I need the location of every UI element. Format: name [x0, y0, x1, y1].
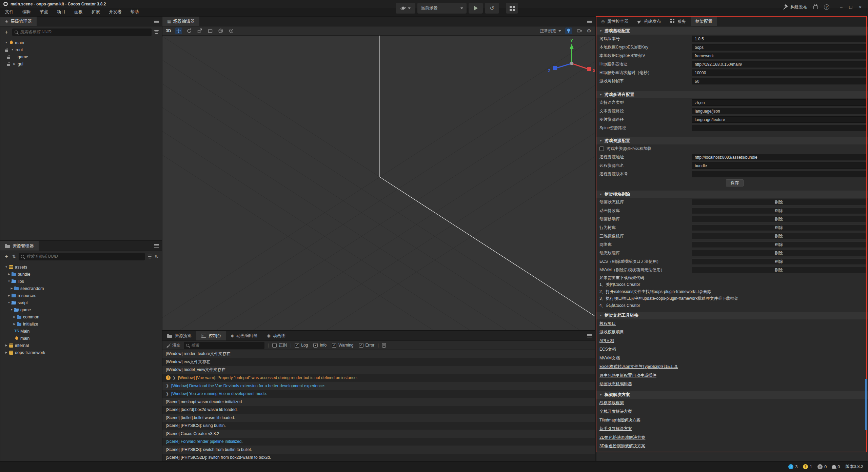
- property-input[interactable]: language/json: [692, 108, 866, 114]
- section-module-trim[interactable]: 框架模块剔除: [596, 191, 868, 198]
- tree-row[interactable]: Main: [0, 328, 162, 335]
- doc-link[interactable]: API文档: [599, 338, 614, 344]
- solution-link[interactable]: Tiledmap地图解决方案: [599, 417, 640, 423]
- save-button[interactable]: 保存: [726, 179, 744, 186]
- console-message-row[interactable]: ❯ [Scene] Cocos Creator v3.8.2: [162, 430, 595, 438]
- tree-chevron-icon[interactable]: [10, 48, 15, 51]
- remove-module-button[interactable]: 剔除: [692, 199, 866, 205]
- doc-link[interactable]: 动画状态机编辑器: [599, 381, 632, 387]
- section-basic-config[interactable]: 游戏基础配置: [596, 27, 868, 35]
- property-input[interactable]: http://192.168.0.150/main/: [692, 61, 866, 67]
- solution-link[interactable]: 战棋游戏框架: [599, 400, 624, 406]
- tree-chevron-icon[interactable]: [6, 301, 12, 304]
- tree-chevron-icon[interactable]: [6, 280, 12, 283]
- property-input[interactable]: [692, 171, 866, 177]
- tree-row[interactable]: main: [0, 335, 162, 342]
- console-message-row[interactable]: ❯ [Window] render_texture文件夹存在: [162, 350, 595, 358]
- console-message-row[interactable]: ❯ [Scene] [box2d]:box2d wasm lib loaded.: [162, 406, 595, 414]
- property-input[interactable]: framework: [692, 53, 866, 59]
- clear-console-button[interactable]: 清空: [166, 342, 180, 348]
- log-filter-checkbox[interactable]: Warning: [332, 343, 353, 348]
- menu-item[interactable]: 面板: [70, 8, 87, 16]
- console-search-input[interactable]: 搜索: [184, 342, 264, 349]
- status-errors[interactable]: × 0: [817, 464, 827, 469]
- lock-icon[interactable]: [4, 46, 10, 53]
- tab-scene-editor[interactable]: ▦ 场景编辑器: [162, 17, 199, 26]
- lighting-toggle-button[interactable]: [565, 27, 572, 34]
- tree-chevron-icon[interactable]: [9, 308, 14, 311]
- status-info[interactable]: i 3: [788, 464, 797, 469]
- tree-row[interactable]: main: [0, 39, 162, 46]
- lock-icon[interactable]: [6, 53, 12, 60]
- rect-tool-button[interactable]: [207, 27, 214, 34]
- tree-chevron-icon[interactable]: [4, 41, 9, 44]
- doc-link[interactable]: Excel格式转Json文件与TypeScript代码工具: [599, 364, 678, 370]
- solution-link[interactable]: 2D角色扮演游戏解决方案: [599, 435, 645, 440]
- tree-row[interactable]: game: [0, 53, 162, 60]
- tree-row[interactable]: bundle: [0, 271, 162, 278]
- status-notifications[interactable]: 0: [832, 465, 840, 469]
- solution-link[interactable]: 3D角色扮演游戏解决方案: [599, 443, 645, 449]
- console-message-row[interactable]: ❯ [Window] [Vue warn]: Property "onInput…: [162, 374, 595, 382]
- property-input[interactable]: 1.0.5: [692, 36, 866, 42]
- expander-icon[interactable]: ❯: [166, 392, 169, 396]
- tab-framework-config[interactable]: 框架配置: [691, 17, 717, 26]
- filter-icon[interactable]: [147, 255, 152, 258]
- section-doc-links[interactable]: 框架文档工具链接: [596, 312, 868, 319]
- remove-module-button[interactable]: 剔除: [692, 250, 866, 256]
- tree-chevron-icon[interactable]: [9, 287, 14, 290]
- doc-link[interactable]: MVVM文档: [599, 355, 620, 361]
- scene-viewport[interactable]: Y X Z: [162, 36, 595, 330]
- tree-row[interactable]: game: [0, 306, 162, 313]
- hierarchy-search-input[interactable]: 搜索名称或 UUID: [12, 28, 152, 36]
- close-button[interactable]: ×: [856, 3, 865, 12]
- tab-hierarchy[interactable]: ◈ 层级管理器: [0, 17, 37, 26]
- menu-item[interactable]: 扩展: [87, 8, 104, 16]
- menu-item[interactable]: 帮助: [126, 8, 143, 16]
- tab-console[interactable]: 控制台: [196, 331, 226, 340]
- remove-module-button[interactable]: 剔除: [692, 241, 866, 248]
- refresh-icon[interactable]: ↻: [155, 254, 159, 259]
- add-node-button[interactable]: +: [3, 29, 9, 35]
- remove-module-button[interactable]: 剔除: [692, 208, 866, 214]
- help-icon[interactable]: [824, 4, 829, 10]
- panel-menu-icon[interactable]: [587, 20, 592, 23]
- tab-animation-graph[interactable]: ◉ 动画图: [262, 331, 290, 340]
- tree-row[interactable]: common: [0, 313, 162, 320]
- world-space-button[interactable]: [217, 27, 224, 34]
- scale-tool-button[interactable]: [196, 27, 203, 34]
- tab-assets[interactable]: 资源管理器: [0, 241, 39, 251]
- gear-icon[interactable]: ⚙: [587, 28, 591, 34]
- play-button[interactable]: [469, 3, 483, 14]
- property-input[interactable]: 10000: [692, 70, 866, 76]
- property-input[interactable]: zh,en: [692, 99, 866, 106]
- panel-menu-icon[interactable]: [154, 20, 159, 23]
- console-message-row[interactable]: ❯ [Window] ecs文件夹存在: [162, 358, 595, 366]
- rotate-tool-button[interactable]: [186, 27, 193, 34]
- panel-menu-icon[interactable]: [154, 244, 159, 248]
- menu-item[interactable]: 节点: [35, 8, 53, 16]
- preview-qr-button[interactable]: [506, 3, 518, 14]
- console-message-row[interactable]: ❯ [Scene] [PHYSICS]: using builtin.: [162, 422, 595, 430]
- menu-item[interactable]: 开发者: [104, 8, 126, 16]
- tree-chevron-icon[interactable]: [12, 62, 17, 65]
- section-solutions[interactable]: 框架解决方案: [596, 391, 868, 399]
- menu-item[interactable]: 项目: [53, 8, 70, 16]
- regex-checkbox[interactable]: 正则: [272, 342, 287, 348]
- inspector-scrollbar-thumb[interactable]: [865, 379, 867, 430]
- tree-chevron-icon[interactable]: [12, 322, 17, 326]
- menu-item[interactable]: 文件: [1, 8, 18, 16]
- doc-link[interactable]: 教程项目: [599, 321, 616, 327]
- scene-camera-button[interactable]: [576, 27, 583, 34]
- console-message-row[interactable]: ❯ [Scene] Forward render pipeline initia…: [162, 438, 595, 446]
- pivot-button[interactable]: [228, 27, 235, 34]
- property-input[interactable]: http://localhost:8083/assets/bundle: [692, 154, 866, 160]
- tree-chevron-icon[interactable]: [4, 351, 9, 354]
- tree-row[interactable]: assets: [0, 263, 162, 271]
- console-message-row[interactable]: ❯ [Scene] [bullet]:bullet wasm lib loade…: [162, 414, 595, 422]
- tree-row[interactable]: initialize: [0, 320, 162, 328]
- property-input[interactable]: [692, 125, 866, 131]
- move-tool-button[interactable]: [175, 27, 182, 34]
- doc-link[interactable]: ECS文档: [599, 347, 616, 352]
- expander-icon[interactable]: ❯: [173, 376, 176, 380]
